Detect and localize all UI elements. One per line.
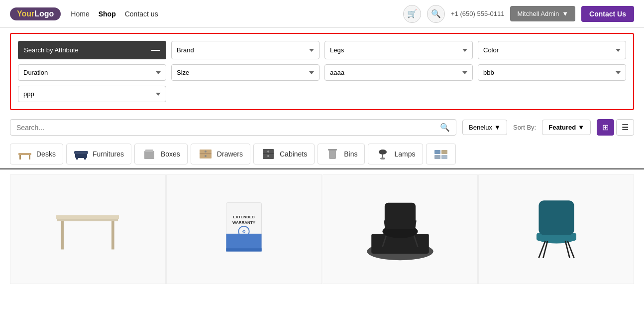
nav-home[interactable]: Home — [71, 10, 89, 18]
benelux-dropdown[interactable]: Benelux ▼ — [462, 120, 507, 135]
svg-rect-23 — [434, 155, 440, 159]
bbb-dropdown[interactable]: bbb — [478, 64, 626, 81]
svg-text:WARRANTY: WARRANTY — [232, 220, 256, 225]
svg-rect-8 — [145, 150, 153, 152]
svg-rect-27 — [61, 221, 64, 249]
svg-rect-22 — [434, 150, 440, 154]
search-bar-row: 🔍 Benelux ▼ Sort By: Featured ▼ ⊞ ☰ — [0, 115, 644, 140]
cabinets-label: Cabinets — [280, 150, 307, 158]
category-lamps[interactable]: Lamps — [368, 144, 423, 164]
admin-button[interactable]: Mitchell Admin ▼ — [510, 6, 575, 21]
brand-dropdown[interactable]: Brand — [171, 41, 320, 59]
svg-point-19 — [379, 150, 387, 154]
search-by-attribute-header: Search by Attribute — — [18, 41, 166, 59]
size-dropdown[interactable]: Size — [171, 64, 320, 81]
svg-rect-4 — [74, 151, 88, 154]
filter-panel: Search by Attribute — Brand Legs Color D… — [10, 33, 634, 110]
featured-sort-dropdown[interactable]: Featured ▼ — [542, 120, 591, 135]
product-card-chair[interactable] — [478, 174, 634, 284]
chevron-down-icon: ▼ — [578, 124, 584, 131]
svg-rect-17 — [329, 150, 336, 159]
search-icon-btn[interactable]: 🔍 — [427, 5, 445, 23]
furnitures-label: Furnitures — [93, 150, 124, 158]
svg-rect-28 — [111, 221, 114, 249]
lamps-label: Lamps — [394, 150, 415, 158]
bins-label: Bins — [344, 150, 357, 158]
svg-rect-14 — [263, 154, 274, 154]
chevron-down-icon: ▼ — [562, 10, 568, 17]
bins-icon — [325, 148, 340, 160]
furnitures-icon — [74, 148, 89, 160]
svg-rect-44 — [385, 203, 416, 229]
svg-rect-29 — [56, 215, 119, 219]
svg-point-12 — [205, 155, 207, 157]
category-bins[interactable]: Bins — [318, 144, 365, 164]
drawers-icon — [198, 148, 213, 160]
svg-rect-1 — [19, 155, 21, 159]
nav-contact[interactable]: Contact us — [125, 10, 158, 18]
svg-rect-24 — [441, 150, 447, 154]
svg-point-11 — [205, 151, 207, 153]
product-grid: EXTENDED WARRANTY ⚙ — [0, 174, 644, 284]
svg-text:EXTENDED: EXTENDED — [233, 215, 255, 219]
chevron-down-icon: ▼ — [494, 124, 501, 131]
svg-rect-2 — [29, 155, 30, 159]
navbar: YourLogo Home Shop Contact us 🛒 🔍 +1 (65… — [0, 0, 644, 28]
product-card-desk[interactable] — [10, 174, 166, 284]
search-container: 🔍 — [10, 119, 456, 136]
svg-point-21 — [380, 157, 385, 159]
color-dropdown[interactable]: Color — [478, 41, 626, 59]
svg-rect-10 — [200, 153, 212, 154]
category-drawers[interactable]: Drawers — [191, 144, 250, 164]
category-more[interactable] — [426, 144, 456, 164]
duration-dropdown[interactable]: Duration — [18, 64, 166, 81]
search-attribute-label: Search by Attribute — [24, 46, 79, 54]
categories-row: Desks Furnitures Boxes — [0, 140, 644, 169]
view-toggle: ⊞ ☰ — [597, 119, 634, 136]
category-desks[interactable]: Desks — [10, 144, 63, 164]
product-card-chairmat[interactable] — [322, 174, 478, 284]
category-boxes[interactable]: Boxes — [134, 144, 188, 164]
more-icon — [433, 148, 448, 160]
svg-rect-6 — [84, 158, 86, 159]
list-view-button[interactable]: ☰ — [616, 119, 634, 136]
svg-rect-7 — [144, 151, 154, 159]
aaaa-dropdown[interactable]: aaaa — [324, 64, 473, 81]
drawers-label: Drawers — [217, 150, 243, 158]
boxes-icon — [142, 148, 157, 160]
product-card-warranty[interactable]: EXTENDED WARRANTY ⚙ — [166, 174, 322, 284]
logo[interactable]: YourLogo — [10, 7, 61, 20]
svg-rect-5 — [76, 158, 78, 159]
category-furnitures[interactable]: Furnitures — [66, 144, 131, 164]
legs-dropdown[interactable]: Legs — [324, 41, 473, 59]
boxes-label: Boxes — [161, 150, 180, 158]
svg-rect-25 — [441, 155, 447, 159]
nav-shop[interactable]: Shop — [99, 10, 116, 18]
lamps-icon — [375, 148, 390, 160]
desks-label: Desks — [36, 150, 56, 158]
grid-view-button[interactable]: ⊞ — [597, 119, 614, 136]
svg-rect-32 — [226, 248, 262, 251]
contact-us-button[interactable]: Contact Us — [581, 6, 634, 22]
cabinets-icon — [261, 148, 276, 160]
svg-text:⚙: ⚙ — [242, 229, 246, 234]
svg-point-15 — [267, 151, 269, 153]
nav-links: Home Shop Contact us — [71, 10, 158, 18]
svg-rect-47 — [538, 200, 574, 235]
category-cabinets[interactable]: Cabinets — [253, 144, 315, 164]
navbar-right: 🛒 🔍 +1 (650) 555-0111 Mitchell Admin ▼ C… — [403, 5, 634, 23]
search-input[interactable] — [16, 124, 440, 132]
ppp-dropdown[interactable]: ppp — [18, 86, 166, 102]
svg-rect-0 — [18, 153, 31, 155]
desks-icon — [17, 148, 32, 160]
phone-number: +1 (650) 555-0111 — [451, 10, 504, 17]
collapse-icon[interactable]: — — [151, 45, 160, 55]
cart-icon-btn[interactable]: 🛒 — [403, 5, 421, 23]
svg-rect-18 — [328, 149, 337, 151]
search-submit-icon[interactable]: 🔍 — [440, 123, 450, 132]
sort-by-label: Sort By: — [513, 124, 536, 131]
svg-point-16 — [267, 155, 269, 157]
